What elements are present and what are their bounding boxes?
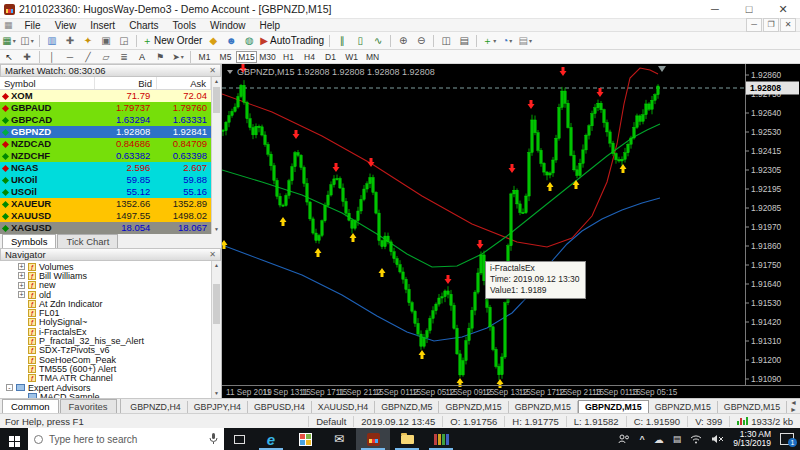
expand-icon[interactable]: + xyxy=(18,282,25,289)
expand-icon[interactable]: + xyxy=(18,291,25,298)
zoom-in-icon[interactable]: ⊕ xyxy=(394,33,412,49)
onedrive-cloud-icon[interactable]: ☁ xyxy=(654,434,664,445)
market-watch-row-nzdcad[interactable]: NZDCAD0.846860.84709 xyxy=(0,138,221,150)
navigator-item-p-fractal-32-his-se-alert[interactable]: fP_fractal_32_his_se_Alert xyxy=(0,336,221,345)
column-header-ask[interactable]: Ask xyxy=(157,77,211,89)
timeframe-button-d1[interactable]: D1 xyxy=(320,51,341,63)
taskbar-app-mt4[interactable] xyxy=(356,428,390,450)
navigator-icon[interactable]: ✦ xyxy=(79,33,97,49)
market-icon[interactable]: ◍ xyxy=(240,33,258,49)
timeframe-button-m15[interactable]: M15 xyxy=(236,51,257,63)
trendline-icon[interactable]: ╱ xyxy=(79,51,97,63)
market-watch-row-xagusd[interactable]: XAGUSD18.05418.067 xyxy=(0,222,221,234)
market-watch-row-gbpcad[interactable]: GBPCAD1.632941.63331 xyxy=(0,114,221,126)
navigator-close-icon[interactable]: ✕ xyxy=(209,250,216,259)
tray-expand-icon[interactable]: ^ xyxy=(639,434,644,444)
data-window-icon[interactable]: ✚ xyxy=(61,33,79,49)
expand-icon[interactable]: + xyxy=(18,272,25,279)
new-order-button[interactable]: ＋New Order xyxy=(140,33,204,49)
menu-item-window[interactable]: Window xyxy=(203,20,253,31)
collapse-icon[interactable]: - xyxy=(6,384,13,391)
periods-icon[interactable]: ◔▾ xyxy=(498,33,516,49)
label-icon[interactable]: ⚑ xyxy=(151,51,169,63)
column-header-symbol[interactable]: Symbol xyxy=(0,77,95,89)
horizontal-line-icon[interactable]: ─ xyxy=(61,51,79,63)
market-watch-row-ukoil[interactable]: UKOil59.8559.88 xyxy=(0,174,221,186)
market-watch-close-icon[interactable]: ✕ xyxy=(209,66,216,75)
market-watch-row-gbpnzd[interactable]: GBPNZD1.928081.92841 xyxy=(0,126,221,138)
chart-area[interactable]: 1.928601.927501.926401.925301.924151.923… xyxy=(222,64,800,398)
column-header-bid[interactable]: Bid xyxy=(95,77,157,89)
navigator-scrollbar[interactable]: ▲ ▼ xyxy=(211,261,221,398)
taskbar-clock[interactable]: 1:30 AM 9/13/2019 xyxy=(733,430,771,448)
timeframe-button-mn[interactable]: MN xyxy=(362,51,383,63)
menu-item-charts[interactable]: Charts xyxy=(122,20,165,31)
timeframe-button-w1[interactable]: W1 xyxy=(341,51,362,63)
market-watch-tab-tick-chart[interactable]: Tick Chart xyxy=(57,234,118,248)
timeframe-button-m1[interactable]: M1 xyxy=(194,51,215,63)
status-profile[interactable]: Default xyxy=(308,416,353,427)
navigator-item-volumes[interactable]: +fVolumes xyxy=(0,262,221,271)
navigator-tab-common[interactable]: Common xyxy=(2,399,59,413)
chart-tab-4[interactable]: GBPNZD,M5 xyxy=(375,401,439,413)
timeframe-button-h1[interactable]: H1 xyxy=(278,51,299,63)
arrows-icon[interactable]: ➤▾ xyxy=(169,51,187,63)
chart-tab-1[interactable]: GBPJPY,H4 xyxy=(188,401,248,413)
line-chart-icon[interactable]: ∿ xyxy=(369,33,387,49)
taskbar-search-input[interactable]: Type here to search xyxy=(28,428,224,450)
market-watch-scrollbar[interactable]: ▲ ▼ xyxy=(211,77,221,234)
menu-item-insert[interactable]: Insert xyxy=(83,20,122,31)
volume-muted-icon[interactable] xyxy=(711,434,724,444)
timeframe-button-h4[interactable]: H4 xyxy=(299,51,320,63)
fibonacci-icon[interactable]: ≣ xyxy=(115,51,133,63)
navigator-item-new[interactable]: +fnew xyxy=(0,281,221,290)
child-restore-button[interactable]: ❐ xyxy=(763,18,779,32)
market-watch-row-gbpaud[interactable]: GBPAUD1.797371.79760 xyxy=(0,102,221,114)
market-watch-row-ngas[interactable]: NGAS2.5962.607 xyxy=(0,162,221,174)
community-icon[interactable]: ☻ xyxy=(222,33,240,49)
navigator-tab-favorites[interactable]: Favorites xyxy=(60,399,117,413)
indicators-icon[interactable]: ＋▾ xyxy=(480,33,498,49)
navigator-item-holysignal-[interactable]: fHolySignal~ xyxy=(0,318,221,327)
chart-tabs-scroll-arrows[interactable]: ◄ ► xyxy=(787,399,800,413)
market-watch-row-usoil[interactable]: USOil55.1255.16 xyxy=(0,186,221,198)
menu-item-view[interactable]: View xyxy=(48,20,84,31)
chart-tab-2[interactable]: GBPUSD,H4 xyxy=(248,401,312,413)
zoom-out-icon[interactable]: ⊖ xyxy=(412,33,430,49)
navigator-item-fl01[interactable]: fFL01 xyxy=(0,308,221,317)
chart-tab-3[interactable]: XAUUSD,H4 xyxy=(312,401,375,413)
vertical-line-icon[interactable]: │ xyxy=(43,51,61,63)
task-view-button[interactable] xyxy=(224,435,254,444)
timeframe-button-m5[interactable]: M5 xyxy=(215,51,236,63)
start-button[interactable] xyxy=(0,431,28,447)
market-watch-icon[interactable]: ▥ xyxy=(43,33,61,49)
bar-chart-icon[interactable]: ∥ xyxy=(333,33,351,49)
people-icon[interactable] xyxy=(618,434,630,444)
taskbar-app-store[interactable] xyxy=(288,428,322,450)
gbpnzd-m15-chart[interactable]: 1.928601.927501.926401.925301.924151.923… xyxy=(222,64,800,398)
chart-tab-9[interactable]: GBPNZD,M15 xyxy=(718,401,787,413)
strategy-tester-icon[interactable]: ◲ xyxy=(115,33,133,49)
autotrading-button[interactable]: ▶AutoTrading xyxy=(258,33,326,49)
metaeditor-icon[interactable]: ◆ xyxy=(204,33,222,49)
menu-item-file[interactable]: File xyxy=(18,20,48,31)
chart-tab-5[interactable]: GBPNZD,M15 xyxy=(439,401,508,413)
chart-tab-6[interactable]: GBPNZD,M15 xyxy=(509,401,578,413)
expand-icon[interactable]: + xyxy=(18,263,25,270)
chart-tab-0[interactable]: GBPNZD,H4 xyxy=(124,401,187,413)
market-watch-row-nzdchf[interactable]: NZDCHF0.633820.63398 xyxy=(0,150,221,162)
navigator-item-tma-atr-channel[interactable]: fTMA ATR Channel xyxy=(0,374,221,383)
child-close-button[interactable]: ✕ xyxy=(780,18,796,32)
navigator-item-bill-williams[interactable]: +fBill Williams xyxy=(0,271,221,280)
microphone-icon[interactable] xyxy=(209,433,218,445)
crosshair-icon[interactable]: ✚ xyxy=(18,51,36,63)
market-watch-row-xom[interactable]: XOM71.7972.04 xyxy=(0,90,221,102)
tile-windows-icon[interactable]: ◫ xyxy=(437,33,455,49)
terminal-icon[interactable]: ▣ xyxy=(97,33,115,49)
close-button[interactable]: ✕ xyxy=(766,0,800,18)
candlestick-icon[interactable]: ▯ xyxy=(351,33,369,49)
navigator-item-expert-advisors[interactable]: -Expert Advisors xyxy=(0,383,221,392)
new-chart-icon[interactable]: ▦▾ xyxy=(0,33,18,49)
text-icon[interactable]: A xyxy=(133,51,151,63)
taskbar-app-explorer[interactable] xyxy=(390,428,424,450)
